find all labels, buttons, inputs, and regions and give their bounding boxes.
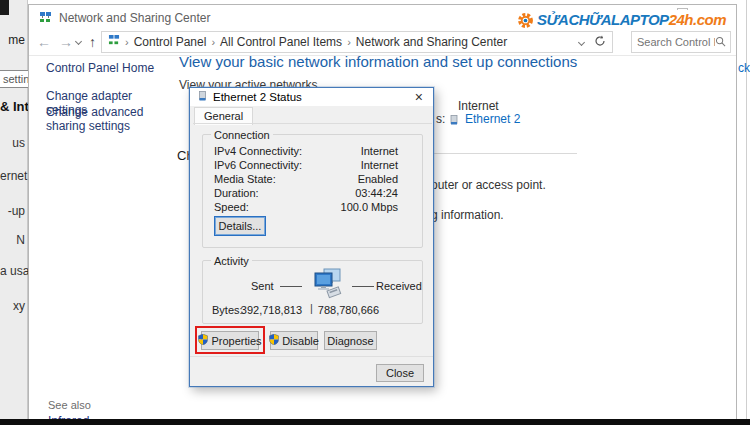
diagnose-button[interactable]: Diagnose <box>324 331 377 350</box>
address-dropdown-chevron-icon[interactable] <box>578 38 585 45</box>
logo-text-orange: 24h.com <box>669 11 726 28</box>
sidebar-item-control-panel-home[interactable]: Control Panel Home <box>46 61 174 75</box>
breadcrumb-separator: › <box>125 36 129 48</box>
network-app-icon <box>39 10 52 28</box>
tab-strip-line <box>193 123 432 124</box>
window-title: Network and Sharing Center <box>59 11 210 25</box>
diagnose-button-label: Diagnose <box>327 335 373 347</box>
background-link-fragment[interactable]: ck <box>738 61 750 75</box>
recent-pages-chevron-icon[interactable] <box>75 38 82 45</box>
settings-item-ethernet-fragment[interactable]: ernet <box>0 169 28 183</box>
bytes-sent-value: 392,718,813 <box>230 304 302 316</box>
speed-value: 100.0 Mbps <box>341 201 411 213</box>
disable-button-label: Disable <box>282 335 319 347</box>
watermark-logo: SỬACHỮALAPTOP24h.com <box>513 10 732 30</box>
breadcrumb-item-control-panel[interactable]: Control Panel <box>134 35 207 49</box>
computers-activity-icon <box>307 268 345 304</box>
ipv4-row: IPv4 Connectivity: Internet <box>214 145 411 157</box>
media-state-label: Media State: <box>214 173 276 185</box>
ethernet-status-dialog: Ethernet 2 Status × General Connection I… <box>189 87 434 387</box>
speed-label: Speed: <box>214 201 249 213</box>
activity-group-label: Activity <box>211 255 252 267</box>
sidebar-item-change-advanced-sharing[interactable]: Change advanced sharing settings <box>46 105 174 133</box>
see-also-heading: See also <box>48 398 176 412</box>
access-type-value: Internet <box>458 99 499 113</box>
breadcrumb-network-icon <box>108 35 120 49</box>
dialog-footer-divider <box>190 356 433 357</box>
ethernet-2-link[interactable]: Ethernet 2 <box>465 112 520 126</box>
connection-group-label: Connection <box>211 129 273 141</box>
breadcrumb-separator: › <box>347 36 351 48</box>
breadcrumb[interactable]: › Control Panel › All Control Panel Item… <box>101 31 613 53</box>
ipv6-value: Internet <box>361 159 411 171</box>
speed-row: Speed: 100.0 Mbps <box>214 201 411 213</box>
search-input[interactable] <box>637 36 715 48</box>
uac-shield-icon <box>269 334 279 347</box>
logo-text-blue: SỬACHỮALAPTOP <box>537 11 669 28</box>
search-icon[interactable] <box>715 33 726 51</box>
details-button[interactable]: Details... <box>214 216 266 236</box>
settings-section-title-fragment: & Int <box>0 99 28 114</box>
settings-item-vpn-fragment[interactable]: N <box>0 233 28 247</box>
ipv4-value: Internet <box>361 145 411 157</box>
troubleshoot-text-fragment: g information. <box>431 208 504 222</box>
ipv6-label: IPv6 Connectivity: <box>214 159 302 171</box>
dialog-close-icon[interactable]: × <box>415 89 423 105</box>
ipv4-label: IPv4 Connectivity: <box>214 145 302 157</box>
settings-item-proxy-fragment[interactable]: xy <box>0 299 28 313</box>
ipv6-row: IPv6 Connectivity: Internet <box>214 159 411 171</box>
content-divider <box>431 153 577 154</box>
settings-item-status-fragment[interactable]: us <box>0 136 28 150</box>
received-dash <box>352 286 374 287</box>
close-button[interactable]: Close <box>376 364 424 382</box>
up-button[interactable]: ↑ <box>89 34 96 50</box>
annotation-highlight-box <box>195 326 265 354</box>
settings-home-fragment[interactable]: me <box>0 33 28 47</box>
settings-window-strip: me setting & Int us ernet -up N a usage … <box>0 0 28 419</box>
forward-button[interactable]: → <box>59 34 73 50</box>
bytes-separator: | <box>310 302 313 314</box>
duration-value: 03:44:24 <box>355 187 411 199</box>
settings-item-datausage-fragment[interactable]: a usage <box>0 264 28 278</box>
sent-dash <box>280 286 302 287</box>
settings-strip-corner <box>0 0 9 15</box>
sent-label: Sent <box>251 280 274 292</box>
breadcrumb-item-all-items[interactable]: All Control Panel Items <box>220 35 342 49</box>
disable-button[interactable]: Disable <box>270 331 318 350</box>
duration-label: Duration: <box>214 187 259 199</box>
breadcrumb-item-network-sharing[interactable]: Network and Sharing Center <box>356 35 507 49</box>
connections-label-fragment: s: <box>436 112 445 126</box>
address-toolbar: ← → ↑ › Control Panel › All Control Pane… <box>29 29 736 56</box>
page-title: View your basic network information and … <box>179 53 577 70</box>
duration-row: Duration: 03:44:24 <box>214 187 411 199</box>
media-state-value: Enabled <box>358 173 411 185</box>
back-button[interactable]: ← <box>37 34 51 50</box>
bytes-received-value: 788,780,666 <box>315 304 379 316</box>
settings-item-dialup-fragment[interactable]: -up <box>0 204 28 218</box>
dialog-title-bar: Ethernet 2 Status × <box>190 88 433 106</box>
close-button-label: Close <box>386 367 414 379</box>
search-box[interactable] <box>631 31 731 53</box>
setup-connection-text-fragment: outer or access point. <box>431 178 546 192</box>
ethernet-adapter-icon <box>449 112 460 130</box>
dialog-title: Ethernet 2 Status <box>213 91 302 103</box>
bottom-black-bar <box>0 419 750 425</box>
gear-icon <box>517 12 534 29</box>
settings-search-fragment[interactable]: setting <box>0 70 28 88</box>
breadcrumb-separator: › <box>211 36 215 48</box>
ethernet-status-icon <box>197 91 208 104</box>
media-state-row: Media State: Enabled <box>214 173 411 185</box>
received-label: Received <box>376 280 422 292</box>
refresh-icon[interactable] <box>594 35 606 50</box>
